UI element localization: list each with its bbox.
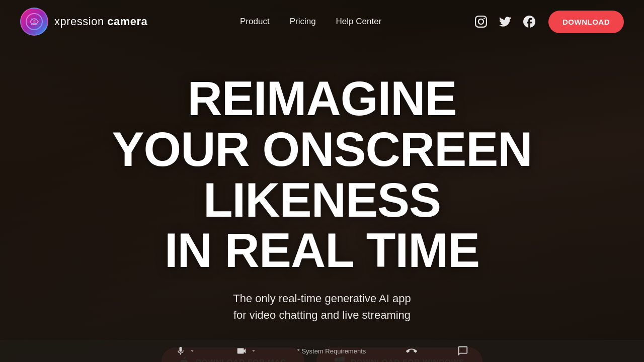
download-button[interactable]: DOWNLOAD [548, 11, 624, 33]
svg-point-1 [33, 20, 36, 23]
logo-icon [20, 8, 48, 36]
nav-pricing[interactable]: Pricing [290, 17, 316, 27]
instagram-icon[interactable] [474, 15, 488, 29]
system-requirements-text: * System Requirements [297, 347, 366, 355]
logo[interactable]: xpression camera [20, 8, 147, 36]
logo-text: xpression camera [54, 15, 147, 28]
hero-subtitle: The only real-time generative AI app for… [233, 290, 411, 323]
microphone-icon[interactable] [176, 346, 196, 356]
twitter-icon[interactable] [498, 15, 512, 29]
chat-icon[interactable] [457, 345, 468, 356]
social-icons [474, 15, 536, 29]
nav-right: DOWNLOAD [474, 11, 624, 33]
hero-section: REIMAGINE YOUR ONSCREEN LIKENESS IN REAL… [0, 43, 644, 362]
hero-title: REIMAGINE YOUR ONSCREEN LIKENESS IN REAL… [45, 73, 599, 276]
facebook-icon[interactable] [522, 15, 536, 29]
nav-help-center[interactable]: Help Center [336, 17, 382, 27]
nav-links: Product Pricing Help Center [240, 17, 381, 27]
phone-end-icon[interactable] [406, 345, 417, 356]
navbar: xpression camera Product Pricing Help Ce… [0, 0, 644, 43]
bottom-bar: * System Requirements [0, 340, 644, 362]
nav-product[interactable]: Product [240, 17, 270, 27]
camera-icon[interactable] [236, 345, 257, 356]
